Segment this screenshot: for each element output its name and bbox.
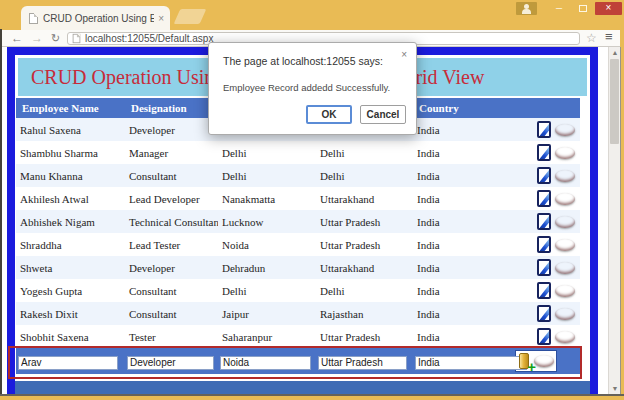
table-row: Shobhit Saxena Tester Saharanpur Uttar P… <box>16 325 580 348</box>
cell-text: Lead Tester <box>129 239 180 251</box>
edit-pencil-icon[interactable] <box>537 190 551 207</box>
cell-text: Rakesh Dixit <box>20 308 78 320</box>
delete-button-icon[interactable] <box>555 193 575 205</box>
add-record-icon[interactable] <box>519 353 529 369</box>
cell-text: India <box>417 239 440 251</box>
cell-text: Shweta <box>20 262 52 274</box>
edit-pencil-icon[interactable] <box>537 236 551 253</box>
back-icon[interactable]: ← <box>11 31 23 45</box>
edit-pencil-icon[interactable] <box>537 167 551 184</box>
window-right-edge <box>620 47 621 395</box>
cell-text: Delhi <box>222 147 246 159</box>
scroll-up-icon[interactable]: ▲ <box>609 47 621 58</box>
cancel-button[interactable]: Cancel <box>360 105 406 124</box>
edit-pencil-icon[interactable] <box>537 259 551 276</box>
table-row: Shraddha Lead Tester Noida Uttar Pradesh… <box>16 233 580 256</box>
bookmark-star-icon[interactable]: ☆ <box>586 31 597 45</box>
cancel-record-icon[interactable] <box>534 355 554 367</box>
delete-button-icon[interactable] <box>555 285 575 297</box>
cell-text: Rahul Saxena <box>20 124 81 136</box>
grid-pager-bar <box>15 381 590 394</box>
cell-text: Shraddha <box>20 239 62 251</box>
delete-button-icon[interactable] <box>555 124 575 136</box>
dialog-close-icon[interactable]: × <box>401 50 407 60</box>
browser-tab[interactable]: CRUD Operation Using En × <box>21 6 170 30</box>
header-designation: Designation <box>125 98 218 118</box>
tab-title: CRUD Operation Using En <box>43 13 154 24</box>
table-row: Yogesh Gupta Consultant Delhi Delhi Indi… <box>16 279 580 302</box>
new-tab-button[interactable] <box>174 9 207 24</box>
new-city-input[interactable] <box>220 356 311 370</box>
edit-pencil-icon[interactable] <box>537 305 551 322</box>
dialog-message: Employee Record addedd Successfully. <box>209 69 416 105</box>
cell-text: India <box>417 170 440 182</box>
cell-text: Delhi <box>222 170 246 182</box>
cell-text: Delhi <box>320 147 344 159</box>
cell-text: Lucknow <box>222 216 264 228</box>
cell-text: Noida <box>222 239 249 251</box>
delete-button-icon[interactable] <box>555 216 575 228</box>
new-designation-input[interactable] <box>127 356 214 370</box>
cell-text: Nanakmatta <box>222 193 275 205</box>
insert-footer-row <box>16 348 580 374</box>
edit-pencil-icon[interactable] <box>537 282 551 299</box>
new-state-input[interactable] <box>318 356 407 370</box>
edit-pencil-icon[interactable] <box>537 328 551 345</box>
page-icon <box>73 34 81 43</box>
cell-text: Manager <box>129 147 168 159</box>
table-row: Shambhu Sharma Manager Delhi Delhi India <box>16 141 580 164</box>
cell-text: Lead Developer <box>129 193 200 205</box>
cell-text: Akhilesh Atwal <box>20 193 89 205</box>
new-country-input[interactable] <box>415 356 527 370</box>
reload-icon[interactable]: ↻ <box>51 31 60 45</box>
window-close-button[interactable]: × <box>595 2 622 15</box>
delete-button-icon[interactable] <box>555 308 575 320</box>
table-row: Shweta Developer Dehradun Uttarakhand In… <box>16 256 580 279</box>
cell-text: Developer <box>129 262 175 274</box>
delete-button-icon[interactable] <box>555 331 575 343</box>
tab-close-icon[interactable]: × <box>158 13 164 24</box>
cell-text: Uttar Pradesh <box>320 331 380 343</box>
cell-text: India <box>417 308 440 320</box>
cell-text: Dehradun <box>222 262 265 274</box>
table-row: Abhishek Nigam Technical Consultant Luck… <box>16 210 580 233</box>
footer-action-chip <box>515 350 557 372</box>
cell-text: Consultant <box>129 170 177 182</box>
cell-text: Uttarakhand <box>320 193 374 205</box>
cell-text: Yogesh Gupta <box>20 285 82 297</box>
edit-pencil-icon[interactable] <box>537 121 551 138</box>
delete-button-icon[interactable] <box>555 262 575 274</box>
scrollbar[interactable]: ▲ ▼ <box>608 47 620 394</box>
new-name-input[interactable] <box>18 356 118 370</box>
delete-button-icon[interactable] <box>555 147 575 159</box>
maximize-icon <box>579 5 587 12</box>
delete-button-icon[interactable] <box>555 239 575 251</box>
header-employee-name: Employee Name <box>16 98 125 118</box>
menu-icon[interactable]: ≡ <box>605 30 613 44</box>
cell-text: Consultant <box>129 285 177 297</box>
cell-text: Uttar Pradesh <box>320 239 380 251</box>
delete-button-icon[interactable] <box>555 170 575 182</box>
edit-pencil-icon[interactable] <box>537 144 551 161</box>
cell-text: Rajasthan <box>320 308 363 320</box>
header-actions <box>505 98 580 118</box>
minimize-button[interactable]: – <box>548 2 570 15</box>
profile-icon[interactable] <box>516 2 537 15</box>
cell-text: India <box>417 331 440 343</box>
window-bottom-edge <box>0 394 624 396</box>
cell-text: Delhi <box>222 285 246 297</box>
forward-icon[interactable]: → <box>31 31 43 45</box>
maximize-button[interactable] <box>572 2 594 15</box>
edit-pencil-icon[interactable] <box>537 213 551 230</box>
cell-text: Delhi <box>320 285 344 297</box>
cell-text: India <box>417 216 440 228</box>
scroll-down-icon[interactable]: ▼ <box>609 383 621 394</box>
scrollbar-thumb[interactable] <box>610 59 619 144</box>
ok-button[interactable]: OK <box>306 105 352 124</box>
cell-text: Tester <box>129 331 156 343</box>
cell-text: Uttar Pradesh <box>320 216 380 228</box>
cell-text: Shobhit Saxena <box>20 331 89 343</box>
header-country: Country <box>413 98 505 118</box>
cell-text: Developer <box>129 124 175 136</box>
table-row: Manu Khanna Consultant Delhi Delhi India <box>16 164 580 187</box>
